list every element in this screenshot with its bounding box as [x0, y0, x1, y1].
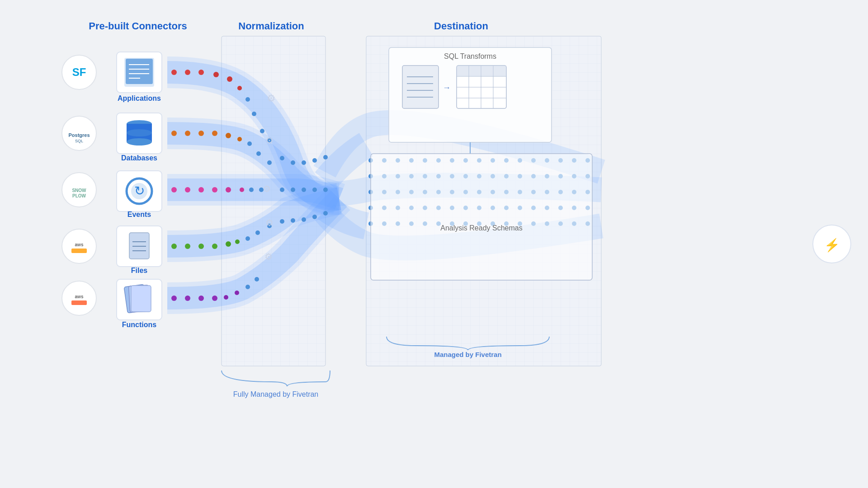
svg-point-65: [302, 217, 306, 222]
svg-point-32: [259, 188, 264, 192]
svg-point-22: [256, 151, 261, 156]
svg-text:⚙: ⚙: [265, 218, 274, 228]
svg-point-148: [531, 221, 536, 226]
svg-rect-202: [117, 171, 162, 211]
svg-point-197: [127, 120, 152, 127]
svg-point-12: [260, 129, 264, 133]
svg-point-29: [226, 187, 231, 192]
svg-rect-216: [131, 286, 151, 312]
svg-point-124: [436, 206, 441, 210]
svg-point-108: [450, 190, 454, 194]
svg-rect-170: [371, 154, 592, 280]
svg-text:⚙: ⚙: [265, 136, 274, 145]
svg-point-44: [171, 296, 177, 301]
svg-text:⚡: ⚡: [824, 238, 840, 253]
svg-point-109: [463, 190, 468, 194]
svg-point-199: [127, 138, 152, 145]
normalization-header: Normalization: [238, 20, 304, 32]
svg-point-13: [267, 138, 272, 142]
svg-point-53: [280, 156, 284, 160]
svg-point-26: [185, 187, 190, 192]
svg-point-116: [558, 190, 563, 194]
destination-header: Destination: [434, 20, 488, 32]
svg-point-152: [585, 221, 590, 226]
svg-point-200: [127, 129, 152, 136]
svg-point-10: [245, 97, 250, 102]
svg-point-117: [572, 190, 576, 194]
svg-text:⚙: ⚙: [263, 184, 271, 194]
svg-point-84: [585, 158, 590, 163]
svg-point-75: [463, 158, 468, 163]
svg-rect-188: [117, 52, 162, 93]
svg-point-72: [423, 158, 427, 163]
svg-point-63: [280, 219, 284, 224]
svg-point-62: [323, 188, 328, 192]
svg-point-20: [237, 137, 242, 141]
svg-point-131: [531, 206, 536, 210]
svg-point-82: [558, 158, 563, 163]
svg-rect-213: [117, 279, 162, 320]
svg-point-25: [171, 187, 177, 192]
svg-text:Functions: Functions: [122, 321, 157, 328]
main-container: Pre-built Connectors Normalization Desti…: [0, 0, 868, 488]
svg-point-38: [226, 241, 231, 247]
svg-point-66: [312, 215, 317, 219]
svg-point-36: [198, 244, 204, 249]
svg-text:Events: Events: [127, 211, 151, 218]
svg-point-6: [198, 70, 204, 75]
svg-text:Files: Files: [131, 267, 148, 274]
svg-text:Fully Managed by Fivetran: Fully Managed by Fivetran: [233, 390, 319, 398]
svg-point-96: [518, 174, 522, 178]
svg-point-141: [436, 221, 441, 226]
svg-point-78: [504, 158, 509, 163]
svg-point-146: [504, 221, 509, 226]
svg-text:Managed  by Fivetran: Managed by Fivetran: [434, 351, 501, 358]
svg-point-9: [237, 86, 242, 90]
svg-rect-184: [71, 249, 87, 253]
svg-point-77: [491, 158, 495, 163]
svg-point-94: [491, 174, 495, 178]
svg-point-47: [212, 296, 217, 301]
svg-point-17: [198, 131, 204, 136]
svg-point-104: [396, 190, 400, 194]
svg-point-87: [396, 174, 400, 178]
svg-point-111: [491, 190, 495, 194]
svg-rect-198: [127, 124, 152, 142]
svg-point-110: [477, 190, 481, 194]
svg-point-5: [185, 70, 190, 75]
svg-point-113: [518, 190, 522, 194]
svg-point-119: [368, 206, 373, 210]
svg-point-218: [813, 225, 851, 263]
svg-point-179: [62, 173, 96, 207]
svg-point-106: [423, 190, 427, 194]
svg-point-55: [302, 160, 306, 165]
svg-rect-196: [117, 113, 162, 154]
svg-point-145: [491, 221, 495, 226]
svg-text:Analysis Ready Schemas: Analysis Ready Schemas: [440, 224, 522, 232]
svg-point-140: [423, 221, 427, 226]
svg-point-139: [409, 221, 414, 226]
svg-point-59: [291, 188, 295, 192]
svg-text:↻: ↻: [134, 184, 145, 198]
svg-rect-3: [366, 36, 601, 366]
svg-text:⚙: ⚙: [264, 252, 273, 262]
svg-point-107: [436, 190, 441, 194]
svg-point-138: [396, 221, 400, 226]
svg-point-4: [171, 70, 177, 75]
svg-text:SNOW: SNOW: [72, 188, 86, 193]
svg-point-23: [267, 160, 272, 165]
svg-point-118: [585, 190, 590, 194]
svg-point-112: [504, 190, 509, 194]
svg-rect-153: [389, 47, 552, 142]
svg-point-174: [62, 55, 96, 89]
svg-point-127: [477, 206, 481, 210]
svg-text:⚙: ⚙: [267, 93, 276, 104]
svg-point-28: [212, 187, 217, 192]
svg-point-122: [409, 206, 414, 210]
svg-point-95: [504, 174, 509, 178]
svg-point-102: [368, 190, 373, 194]
svg-point-69: [382, 158, 387, 163]
svg-point-58: [280, 188, 284, 192]
svg-point-76: [477, 158, 481, 163]
svg-point-61: [312, 188, 317, 192]
